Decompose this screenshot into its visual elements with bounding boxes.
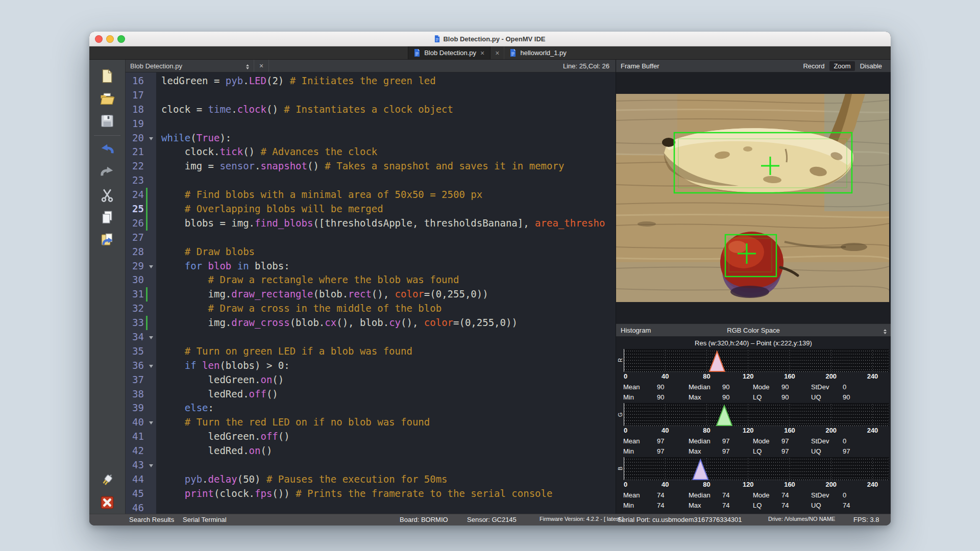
line-number: 19 (126, 117, 147, 131)
colorspace-selector[interactable]: RGB Color Space (616, 327, 891, 334)
code-line[interactable]: 16ledGreen = pyb.LED(2) # Initiates the … (126, 74, 616, 88)
fold-chevron-icon[interactable] (147, 330, 156, 344)
channel-stats: Mean97Median97Mode97StDev0Min97Max97LQ97… (616, 436, 891, 456)
stat-label: Mode (753, 490, 781, 500)
redo-button[interactable] (97, 162, 117, 183)
code-line[interactable]: 39 else: (126, 401, 616, 415)
histogram-body: Res (w:320,h:240) – Point (x:222,y:139) … (616, 337, 891, 514)
axis-tick-label: 160 (784, 481, 795, 488)
close-document-button[interactable]: × (254, 60, 269, 72)
zoom-button[interactable]: Zoom (829, 61, 854, 71)
code-line[interactable]: 22 img = sensor.snapshot() # Takes a sna… (126, 159, 616, 173)
tab-helloworld[interactable]: helloworld_1.py (504, 46, 572, 59)
stat-value: 90 (781, 392, 811, 403)
stat-label: Min (623, 500, 657, 511)
stat-value: 90 (843, 392, 891, 403)
fold-chevron-icon[interactable] (147, 259, 156, 273)
fold-chevron-icon[interactable] (147, 131, 156, 145)
cut-button[interactable] (97, 185, 117, 205)
stat-value: 90 (722, 392, 753, 403)
code-line[interactable]: 44 pyb.delay(50) # Pauses the execution … (126, 472, 616, 487)
stat-label: LQ (753, 392, 781, 403)
code-text: ledGreen.off() (156, 430, 616, 444)
code-line[interactable]: 30 # Draw a rectangle where the blob was… (126, 273, 616, 287)
disable-button[interactable]: Disable (856, 61, 886, 71)
colorspace-updown-icon[interactable] (884, 328, 887, 334)
fold-chevron-icon[interactable] (147, 359, 156, 373)
code-line[interactable]: 40 # Turn the red LED on if no blob was … (126, 415, 616, 430)
open-file-button[interactable] (97, 88, 117, 109)
code-line[interactable]: 45 print(clock.fps()) # Prints the frame… (126, 487, 616, 501)
stat-value: 0 (843, 436, 891, 446)
stat-value: 74 (722, 490, 753, 500)
code-line[interactable]: 36 if len(blobs) > 0: (126, 359, 616, 373)
code-text: print(clock.fps()) # Prints the framerat… (156, 487, 616, 501)
tab-close-icon[interactable]: × (480, 49, 484, 57)
code-line[interactable]: 29 for blob in blobs: (126, 259, 616, 273)
code-line[interactable]: 20while(True): (126, 131, 616, 145)
code-line[interactable]: 23 (126, 173, 616, 188)
stat-value: 0 (843, 382, 891, 392)
code-line[interactable]: 27 (126, 231, 616, 245)
code-line[interactable]: 18clock = time.clock() # Instantiates a … (126, 103, 616, 117)
line-number: 45 (126, 487, 147, 501)
fold-chevron-icon[interactable] (147, 415, 156, 430)
code-line[interactable]: 26 blobs = img.find_blobs([thresholdsApp… (126, 216, 616, 231)
code-text: ledGreen.on() (156, 373, 616, 387)
line-number: 31 (126, 287, 147, 302)
save-file-button[interactable] (97, 111, 117, 131)
axis-tick-label: 160 (784, 427, 795, 434)
code-line[interactable]: 21 clock.tick() # Advances the clock (126, 145, 616, 159)
code-line[interactable]: 34 (126, 330, 616, 344)
code-line[interactable]: 41 ledGreen.off() (126, 430, 616, 444)
line-number: 40 (126, 415, 147, 430)
code-line[interactable]: 33 img.draw_cross(blob.cx(), blob.cy(), … (126, 316, 616, 330)
code-line[interactable]: 31 img.draw_rectangle(blob.rect(), color… (126, 287, 616, 302)
code-text (156, 458, 616, 472)
copy-button[interactable] (97, 207, 117, 228)
minimize-window-button[interactable] (106, 35, 114, 43)
close-window-button[interactable] (95, 35, 103, 43)
editor-pane: Blob Detection.py × Line: 25,Col: 26 16l… (126, 60, 616, 514)
stat-value: 97 (657, 446, 689, 457)
paste-button[interactable] (97, 230, 117, 250)
undo-button[interactable] (97, 140, 117, 160)
record-button[interactable]: Record (799, 61, 828, 71)
stat-value: 97 (722, 446, 753, 457)
axis-tick-label: 120 (743, 427, 754, 434)
code-line[interactable]: 43 (126, 458, 616, 472)
code-line[interactable]: 32 # Draw a cross in the middle of the b… (126, 302, 616, 316)
code-line[interactable]: 42 ledRed.on() (126, 444, 616, 458)
stop-button[interactable] (97, 492, 117, 513)
code-line[interactable]: 24 # Find blobs with a minimal area of 5… (126, 188, 616, 202)
axis-tick-label: 40 (662, 481, 669, 488)
stat-value: 90 (781, 382, 811, 392)
stat-value: 74 (843, 500, 891, 511)
code-text: # Draw blobs (156, 245, 616, 259)
search-results-button[interactable]: Search Results (129, 516, 174, 523)
code-line[interactable]: 19 (126, 117, 616, 131)
code-line[interactable]: 37 ledGreen.on() (126, 373, 616, 387)
code-text: # Draw a rectangle where the blob was fo… (156, 273, 616, 287)
axis-tick-label: 0 (624, 372, 627, 380)
code-line[interactable]: 28 # Draw blobs (126, 245, 616, 259)
stat-label: Mean (623, 382, 657, 392)
axis-tick-label: 240 (867, 372, 878, 380)
code-line[interactable]: 25 # Overlapping blobs will be merged (126, 202, 616, 216)
open-document-selector[interactable]: Blob Detection.py (126, 60, 254, 72)
connect-button[interactable] (97, 470, 117, 490)
tab-blob-detection[interactable]: Blob Detection.py × (408, 46, 491, 59)
serial-terminal-button[interactable]: Serial Terminal (183, 516, 227, 523)
fold-margin (147, 302, 156, 316)
code-line[interactable]: 17 (126, 88, 616, 103)
code-line[interactable]: 46 (126, 501, 616, 514)
code-line[interactable]: 38 ledRed.off() (126, 387, 616, 402)
zoom-window-button[interactable] (117, 35, 125, 43)
code-line[interactable]: 35 # Turn on green LED if a blob was fou… (126, 344, 616, 359)
code-editor[interactable]: 16ledGreen = pyb.LED(2) # Initiates the … (126, 72, 616, 514)
new-file-button[interactable] (97, 66, 117, 86)
axis-tick-label: 200 (825, 481, 837, 488)
fold-chevron-icon[interactable] (147, 458, 156, 472)
stat-value: 0 (843, 490, 891, 500)
tab-close-icon[interactable]: × (495, 49, 499, 57)
